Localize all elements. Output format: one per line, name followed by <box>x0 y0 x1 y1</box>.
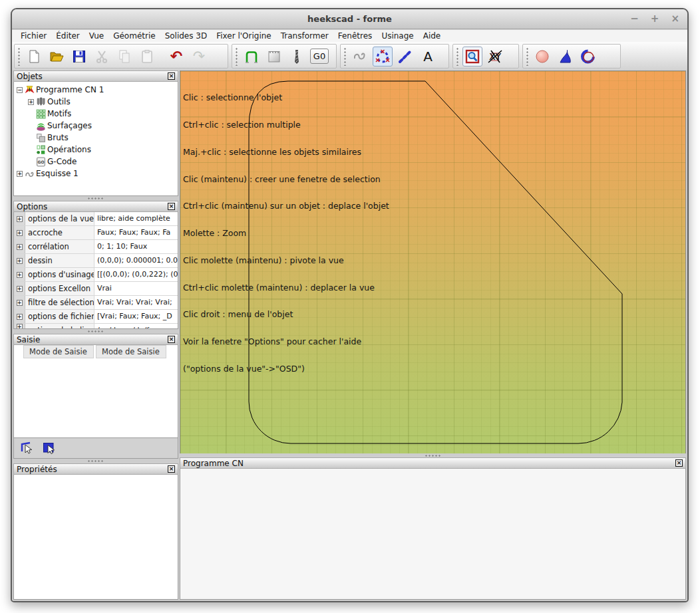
option-row-correlation[interactable]: + corrélation 0; 1; 10; Faux <box>14 240 178 254</box>
saisie-panel-header[interactable]: Saisie × <box>13 334 178 345</box>
option-row-vue[interactable]: + options de la vue libre; aide complète <box>14 212 178 226</box>
option-row-accroche[interactable]: + accroche Faux; Faux; Faux; Fa <box>14 226 178 240</box>
tree-label[interactable]: Esquisse 1 <box>36 169 79 178</box>
expand-icon[interactable]: + <box>28 99 34 105</box>
expand-icon[interactable]: + <box>17 314 23 320</box>
toolbar-drag-handle[interactable] <box>343 47 347 66</box>
objets-close-icon[interactable]: × <box>168 72 175 80</box>
panel-splitter[interactable] <box>13 196 178 201</box>
cone-button[interactable] <box>555 47 575 66</box>
tree-item-programme-cn[interactable]: − Programme CN 1 <box>17 84 178 96</box>
profile-operation-button[interactable] <box>242 47 262 66</box>
tree-label[interactable]: Programme CN 1 <box>36 85 104 94</box>
torus-button[interactable] <box>578 47 598 66</box>
option-row-partial[interactable]: + options de la ligne /au/degre/du/f <box>14 324 178 329</box>
tree-item-bruts[interactable]: Bruts <box>17 132 178 144</box>
toolbar-drag-handle[interactable] <box>455 47 460 66</box>
option-value[interactable]: libre; aide complète <box>94 212 178 225</box>
menu-usinage[interactable]: Usinage <box>377 31 418 41</box>
sphere-button[interactable] <box>532 47 552 66</box>
tree-item-motifs[interactable]: Motifs <box>17 108 178 120</box>
tree-label[interactable]: Surfaçages <box>47 121 92 130</box>
programme-cn-close-icon[interactable]: × <box>675 459 683 467</box>
expand-icon[interactable]: + <box>17 324 23 329</box>
toolbar-drag-handle[interactable] <box>17 47 21 66</box>
menu-fichier[interactable]: Fichier <box>16 31 51 41</box>
option-row-fichier[interactable]: + options de fichier [Vrai; Faux; Faux; … <box>14 310 178 324</box>
zoom-window-button[interactable] <box>462 47 482 66</box>
minimize-button[interactable]: − <box>630 14 639 24</box>
new-document-button[interactable] <box>24 47 44 66</box>
option-value[interactable]: Vrai <box>94 282 178 295</box>
drill-operation-button[interactable] <box>287 47 307 66</box>
saisie-column-1[interactable]: Mode de Saisie <box>96 345 166 358</box>
tree-label[interactable]: Opérations <box>47 145 91 154</box>
options-close-icon[interactable]: × <box>168 203 175 210</box>
tree-item-esquisse[interactable]: + Esquisse 1 <box>17 168 178 180</box>
cut-button[interactable] <box>92 47 112 66</box>
maximize-button[interactable]: + <box>651 14 659 24</box>
menu-transformer[interactable]: Transformer <box>276 31 333 41</box>
expand-icon[interactable]: + <box>17 216 23 222</box>
options-scrollbar[interactable] <box>178 212 178 328</box>
tree-item-surfacages[interactable]: Surfaçages <box>17 120 178 132</box>
menu-fenetres[interactable]: Fenêtres <box>333 31 377 41</box>
tree-item-operations[interactable]: Opérations <box>17 144 178 156</box>
tree-label[interactable]: Bruts <box>47 133 69 142</box>
open-file-button[interactable] <box>47 47 67 66</box>
menu-solides-3d[interactable]: Solides 3D <box>160 31 212 41</box>
option-value[interactable]: (0,0,0); 0.000001; 0.0 <box>94 254 178 267</box>
copy-button[interactable] <box>114 47 134 66</box>
panel-splitter[interactable] <box>13 459 178 463</box>
tree-label[interactable]: G-Code <box>47 157 77 166</box>
programme-cn-body[interactable] <box>180 469 686 600</box>
proprietes-close-icon[interactable]: × <box>168 465 175 473</box>
menu-editer[interactable]: Éditer <box>51 31 85 41</box>
expand-icon[interactable]: + <box>17 300 23 306</box>
expand-icon[interactable]: + <box>17 272 23 278</box>
expand-icon[interactable]: + <box>17 258 23 264</box>
expand-icon[interactable]: + <box>17 286 23 292</box>
option-row-excellon[interactable]: + options Excellon Vrai <box>14 282 178 296</box>
close-button[interactable]: × <box>671 14 679 24</box>
expand-icon[interactable]: + <box>17 171 23 177</box>
text-tool-button[interactable]: A <box>418 47 438 66</box>
objets-panel-header[interactable]: Objets × <box>13 70 178 82</box>
expand-icon[interactable]: + <box>17 230 23 236</box>
undo-button[interactable]: ↶ <box>166 47 186 66</box>
select-mode-outline-button[interactable] <box>19 440 35 456</box>
saisie-column-0[interactable]: Mode de Saisie <box>23 345 94 358</box>
circular-pattern-button[interactable] <box>373 47 393 66</box>
rapid-g0-button[interactable]: G0 <box>309 47 329 66</box>
collapse-icon[interactable]: − <box>17 87 23 93</box>
tree-item-gcode[interactable]: GO G-Code <box>17 156 178 168</box>
option-row-usinage[interactable]: + options d'usinage [[(0,0,0); (0,0,222)… <box>14 268 178 282</box>
saisie-close-icon[interactable]: × <box>168 336 175 343</box>
cad-viewport[interactable]: Clic : selectionne l'objet Ctrl+clic : s… <box>180 70 686 453</box>
option-value[interactable]: 0; 1; 10; Faux <box>94 240 178 253</box>
option-row-filtre[interactable]: + filtre de sélection Vrai; Vrai; Vrai; … <box>14 296 178 310</box>
programme-cn-panel-header[interactable]: Programme CN × <box>180 457 686 469</box>
points-line-button[interactable] <box>395 47 415 66</box>
option-row-dessin[interactable]: + dessin (0,0,0); 0.000001; 0.0 <box>14 254 178 268</box>
panel-splitter[interactable] <box>13 329 178 334</box>
menu-aide[interactable]: Aide <box>419 31 446 41</box>
option-value[interactable]: /au/degre/du/f <box>94 324 178 329</box>
option-value[interactable]: [Vrai; Faux; Faux; _D <box>94 310 178 323</box>
tree-label[interactable]: Motifs <box>47 109 71 118</box>
options-panel-header[interactable]: Options × <box>13 201 178 212</box>
toolbar-drag-handle[interactable] <box>525 47 530 66</box>
sketch-tool-button[interactable] <box>350 47 370 66</box>
save-button[interactable] <box>69 47 89 66</box>
expand-icon[interactable]: + <box>17 244 23 250</box>
menu-geometrie[interactable]: Géométrie <box>108 31 160 41</box>
option-value[interactable]: Faux; Faux; Faux; Fa <box>94 226 178 239</box>
option-value[interactable]: [[(0,0,0); (0,0,222); (0 <box>94 268 178 281</box>
zoom-xy-button[interactable]: XY <box>485 47 505 66</box>
paste-button[interactable] <box>137 47 157 66</box>
toolbar-drag-handle[interactable] <box>234 47 239 66</box>
menu-vue[interactable]: Vue <box>85 31 108 41</box>
proprietes-panel-header[interactable]: Propriétés × <box>13 463 178 475</box>
title-bar[interactable]: heekscad - forme − + × <box>12 9 687 29</box>
redo-button[interactable]: ↷ <box>189 47 209 66</box>
